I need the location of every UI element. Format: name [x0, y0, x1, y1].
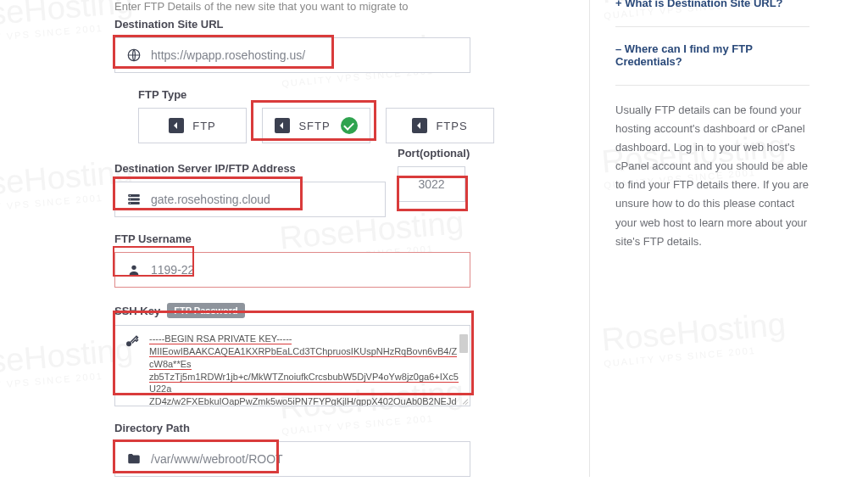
divider	[615, 26, 810, 27]
port-input[interactable]: 3022	[398, 166, 465, 202]
resize-handle[interactable]	[460, 396, 469, 405]
check-icon	[341, 117, 358, 134]
destination-url-value: https://wpapp.rosehosting.us/	[151, 48, 459, 62]
arrow-left-icon	[275, 118, 290, 133]
faq-destination-url[interactable]: What is Destination Site URL?	[615, 0, 810, 9]
svg-point-7	[131, 266, 136, 270]
form-intro: Enter FTP Details of the new site that y…	[114, 0, 555, 13]
ssh-key-value: -----BEGIN RSA PRIVATE KEY----- MIIEowIB…	[149, 333, 461, 399]
server-icon	[125, 192, 142, 207]
destination-url-input[interactable]: https://wpapp.rosehosting.us/	[114, 37, 470, 73]
ftp-type-ftp[interactable]: FTP	[138, 108, 247, 143]
globe-icon	[125, 48, 142, 63]
label-ssh-key: SSH Key	[114, 305, 160, 317]
user-icon	[125, 263, 142, 277]
arrow-left-icon	[169, 118, 184, 133]
migration-form: Enter FTP Details of the new site that y…	[114, 0, 555, 477]
label-ftp-username: FTP Username	[114, 232, 555, 245]
label-directory-path: Directory Path	[114, 422, 555, 434]
ftp-username-value: 1199-22	[151, 263, 459, 277]
ftp-type-ftps[interactable]: FTPS	[386, 108, 494, 143]
ftp-password-toggle[interactable]: FTP Password	[167, 303, 245, 318]
scrollbar-thumb[interactable]	[459, 334, 468, 353]
label-destination-ip: Destination Server IP/FTP Address	[114, 162, 386, 175]
faq-body: Usually FTP details can be found your ho…	[615, 101, 810, 251]
directory-path-input[interactable]: /var/www/webroot/ROOT	[114, 441, 470, 477]
key-icon	[124, 334, 141, 399]
label-ftp-type: FTP Type	[138, 88, 555, 101]
directory-path-value: /var/www/webroot/ROOT	[151, 452, 459, 466]
arrow-left-icon	[412, 118, 427, 133]
faq-ftp-credentials[interactable]: Where can I find my FTP Credentials?	[615, 42, 810, 68]
label-port: Port(optional)	[398, 147, 470, 160]
ssh-key-textarea[interactable]: -----BEGIN RSA PRIVATE KEY----- MIIEowIB…	[114, 325, 470, 406]
svg-point-4	[130, 195, 131, 196]
svg-point-5	[130, 199, 131, 199]
destination-ip-input[interactable]: gate.rosehosting.cloud	[114, 182, 386, 217]
label-destination-url: Destination Site URL	[114, 18, 555, 31]
svg-point-6	[130, 203, 131, 204]
ftp-username-input[interactable]: 1199-22	[114, 252, 470, 288]
svg-point-8	[126, 341, 131, 346]
divider	[615, 85, 810, 86]
ftp-type-sftp[interactable]: SFTP	[262, 108, 370, 143]
folder-icon	[125, 451, 142, 467]
help-sidebar: What is Destination Site URL? Where can …	[589, 0, 810, 477]
port-value: 3022	[418, 177, 444, 191]
destination-ip-value: gate.rosehosting.cloud	[151, 193, 375, 206]
